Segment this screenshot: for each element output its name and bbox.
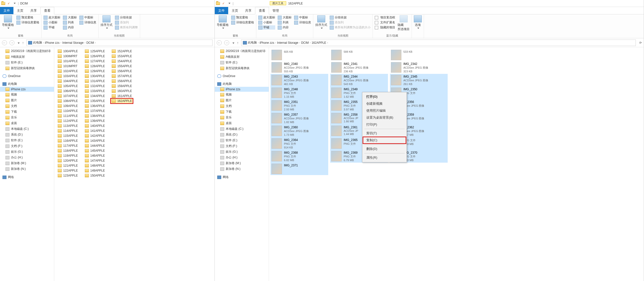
tree-item[interactable]: 图片 xyxy=(0,97,54,103)
tree-item[interactable]: 20200219《画面简洁是拍好非 xyxy=(0,48,54,54)
folder-item[interactable]: 106APPLE xyxy=(57,88,79,93)
folder-item[interactable]: 131APPLE xyxy=(84,79,106,84)
hide-selected-button[interactable]: 隐藏 所选项目 xyxy=(398,15,410,31)
folder-item[interactable]: 157APPLE xyxy=(111,74,133,79)
sort-button[interactable]: 排序方式 xyxy=(100,15,112,29)
folder-item[interactable]: 100APPLE xyxy=(57,49,79,54)
nav-pane-button[interactable]: 导航窗格 xyxy=(217,15,229,29)
folder-item[interactable]: 126APPLE xyxy=(84,54,106,59)
folder-item[interactable]: 154APPLE xyxy=(111,59,133,64)
folder-item[interactable]: 102APPLE xyxy=(57,69,79,74)
folder-item[interactable]: 101APPLE xyxy=(57,59,79,64)
content-area[interactable]: 605 KB588 KB533 KBIMG_2340ACDSee JPEG 图像… xyxy=(269,47,644,281)
item-checkboxes[interactable]: 项目复选框 xyxy=(375,15,395,20)
tab-file[interactable]: 文件 xyxy=(0,7,14,14)
tree-item[interactable]: 新加卷 (M:) xyxy=(215,160,269,166)
tree-item[interactable]: 文档 (F:) xyxy=(0,143,54,149)
folder-item[interactable]: 146APPLE xyxy=(84,153,106,158)
folder-item[interactable]: 135APPLE xyxy=(84,98,106,103)
layout-tiles[interactable]: 平铺 xyxy=(44,25,60,29)
folder-item[interactable]: 117APPLE xyxy=(57,143,79,148)
folder-item[interactable]: 127APPLE xyxy=(84,59,106,64)
tree-item[interactable]: 办公 (H:) xyxy=(0,155,54,160)
thumb-card[interactable]: IMG_2368PNG 文件6.82 MB xyxy=(270,150,328,163)
preview-pane-button[interactable]: 预览窗格 xyxy=(231,15,254,20)
tab-manage[interactable]: 管理 xyxy=(269,7,282,14)
crumb[interactable]: 此电脑› xyxy=(28,40,44,45)
tab-view[interactable]: 查看 xyxy=(40,7,54,14)
folder-item[interactable]: 128APPLE xyxy=(84,64,106,69)
addcol-button[interactable]: 添加列 xyxy=(330,20,370,25)
tree-item[interactable]: 文档 (F:) xyxy=(215,143,269,149)
thumb-card[interactable]: IMG_2344ACDSee JPEG 图像543 KB xyxy=(330,74,388,86)
tab-file[interactable]: 文件 xyxy=(215,7,228,14)
folder-item[interactable]: 122APPLE xyxy=(57,168,79,173)
folder-item[interactable]: 111APPLE xyxy=(57,113,79,118)
tree-item[interactable]: 新型冠状病毒肺炎 xyxy=(215,65,269,71)
folder-item[interactable]: 149APPLE xyxy=(84,168,106,173)
folder-item[interactable]: 155APPLE xyxy=(111,64,133,69)
layout-xl[interactable]: 超大图标 xyxy=(258,15,275,20)
breadcrumb[interactable]: 此电脑›iPhone zzs›Internal Storage›DCIM› xyxy=(26,39,212,46)
thumb-card[interactable]: IMG_2340ACDSee JPEG 图像555 KB xyxy=(270,61,328,74)
folder-item[interactable]: 115APPLE xyxy=(57,133,79,138)
tree-item[interactable]: 视频 xyxy=(0,92,54,97)
tree-item[interactable]: 软件 (E:) xyxy=(215,138,269,143)
tree-item[interactable]: 网络 xyxy=(0,174,54,180)
folder-item[interactable]: 116APPLE xyxy=(57,138,79,143)
thumb-card[interactable]: 588 KB xyxy=(330,49,388,61)
folder-item[interactable]: 103APPLE xyxy=(57,74,79,79)
hidden-items[interactable]: 隐藏的项目 xyxy=(375,25,395,29)
tree-item[interactable]: 软件 (E:) xyxy=(0,138,54,143)
tree-item[interactable]: 软件 (E:) xyxy=(0,60,54,65)
layout-details[interactable]: 详细信息 xyxy=(80,20,96,25)
folder-item[interactable]: 159APPLE xyxy=(111,84,133,88)
folder-item[interactable]: 158APPLE xyxy=(111,79,133,84)
tree-item[interactable]: 音乐 xyxy=(215,115,269,120)
thumb-card[interactable]: IMG_2348PNG 文件1.15 MB xyxy=(270,86,328,99)
tree-item[interactable]: 网络 xyxy=(215,174,269,180)
folder-item[interactable]: 113APPLE xyxy=(57,123,79,128)
folder-item[interactable]: 137APPLE xyxy=(84,108,106,113)
folder-item[interactable]: 156APPLE xyxy=(111,69,133,74)
thumb-card[interactable]: IMG_2342ACDSee JPEG 图像323 KB xyxy=(390,61,448,74)
thumb-card[interactable]: IMG_2357ACDSee JPEG 图像1.82 MB xyxy=(270,112,328,125)
crumb[interactable]: 162APPLE› xyxy=(312,41,328,44)
tree-item[interactable]: 新加卷 (M:) xyxy=(0,160,54,166)
folder-item[interactable]: 130APPLE xyxy=(84,74,106,79)
dropdown-icon[interactable] xyxy=(12,1,16,6)
tree-item[interactable]: 文档 xyxy=(215,103,269,109)
tab-home[interactable]: 主页 xyxy=(228,7,242,14)
tree-item[interactable]: 此电脑 xyxy=(215,81,269,87)
folder-item[interactable]: 118APPLE xyxy=(57,148,79,153)
tree-item[interactable]: 本地磁盘 (C:) xyxy=(0,126,54,132)
nav-pane-button[interactable]: 导航窗格 xyxy=(2,15,14,29)
group-button[interactable]: 分组依据 xyxy=(330,15,370,20)
preview-pane-button[interactable]: 预览窗格 xyxy=(16,15,39,20)
layout-sm[interactable]: 小图标 xyxy=(44,20,60,25)
layout-lg[interactable]: 大图标 xyxy=(278,15,292,20)
ctx-cut[interactable]: 剪切(T) xyxy=(363,130,406,137)
folder-item[interactable]: 125APPLE xyxy=(84,49,106,54)
crumb[interactable]: DCIM› xyxy=(301,41,310,44)
layout-md[interactable]: 中图标 xyxy=(80,15,96,20)
file-extensions[interactable]: 文件扩展名 xyxy=(375,20,395,25)
tree-item[interactable]: 文档 xyxy=(0,103,54,109)
tree-item[interactable]: 新型冠状病毒肺炎 xyxy=(0,65,54,71)
crumb[interactable]: iPhone zzs› xyxy=(260,41,276,44)
refresh-icon[interactable]: ⟳ xyxy=(639,41,642,44)
thumb-card[interactable]: IMG_2364PNG 文件914 KB xyxy=(270,137,328,150)
forward-button[interactable]: → xyxy=(10,40,14,45)
tree-item[interactable]: 桌面 xyxy=(0,120,54,126)
folder-item[interactable]: 121APPLE xyxy=(57,163,79,168)
folder-item[interactable]: 119APPLE xyxy=(57,153,79,158)
ctx-properties[interactable]: 属性(R) xyxy=(363,154,406,161)
folder-item[interactable]: 143APPLE xyxy=(84,138,106,143)
folder-item[interactable]: 105APPLE xyxy=(57,84,79,88)
tree-item[interactable]: 新加卷 (N:) xyxy=(0,166,54,172)
folder-item[interactable]: 142APPLE xyxy=(84,133,106,138)
folder-item[interactable]: 153APPLE xyxy=(111,54,133,59)
layout-details[interactable]: 详细信息 xyxy=(294,20,311,25)
up-button[interactable]: ↑ xyxy=(22,41,24,45)
ctx-newvideo[interactable]: 创建新视频 xyxy=(363,100,406,107)
